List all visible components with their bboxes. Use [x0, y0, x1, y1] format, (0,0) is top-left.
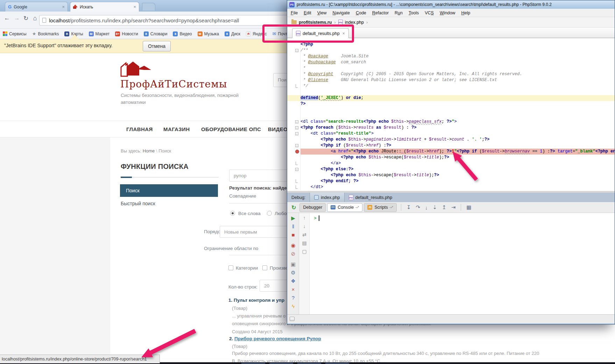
menu-navigate[interactable]: Navigate [333, 10, 350, 15]
code-line[interactable]: –<dl class="search-results<?php echo $th… [287, 119, 615, 125]
mute-breakpoints-icon[interactable]: ⊘ [287, 251, 299, 257]
toolwindow-toggle-icon[interactable] [290, 317, 295, 321]
menu-vcs[interactable]: VCS [425, 10, 434, 15]
menu-tools[interactable]: Tools [409, 10, 419, 15]
nav-item-магазин[interactable]: МАГАЗИН [163, 126, 190, 132]
breadcrumb-project[interactable]: profitsistems.ru [299, 20, 332, 25]
new-tab-button[interactable] [142, 3, 155, 10]
code-line[interactable]: <?php echo $this->pagination->limitstart… [287, 137, 615, 143]
debug-console[interactable]: > [310, 213, 614, 314]
code-line[interactable]: – <dt class="result-title"> [287, 131, 615, 137]
code-line[interactable]: * @copyright Copyright (C) 2005 - 2015 O… [287, 71, 615, 77]
gutter[interactable]: – [287, 131, 301, 137]
url-text[interactable]: localhost/profitsistems.ru/index.php/sea… [49, 17, 239, 23]
gutter[interactable]: – [287, 166, 301, 172]
code-line[interactable]: */ [287, 83, 615, 89]
fold-icon[interactable]: – [295, 132, 298, 135]
bookmark-Диск[interactable]: 8Диск [225, 31, 240, 36]
pause-icon[interactable]: ‖ [287, 223, 299, 229]
menu-refactor[interactable]: Refactor [372, 10, 389, 15]
gutter[interactable]: – [287, 143, 301, 149]
back-icon[interactable]: ← [3, 15, 11, 22]
tab-close-icon[interactable]: × [128, 4, 136, 9]
code-line[interactable]: –/** [287, 48, 615, 53]
rerun-icon[interactable]: ↻ [291, 204, 296, 211]
code-line[interactable] [287, 89, 615, 95]
gutter[interactable] [287, 184, 301, 190]
console-view-tab[interactable]: Console ⇢* [327, 203, 362, 212]
code-line[interactable]: * @license GNU General Public License ve… [287, 77, 615, 83]
clear-icon[interactable]: ▢ [299, 249, 310, 254]
bookmark-Музыка[interactable]: MМузыка [198, 31, 219, 36]
code-line[interactable]: ?> [287, 101, 615, 107]
radio-all-words-label[interactable]: Все слова [238, 211, 261, 216]
code-line[interactable]: defined('_JEXEC') or die; [287, 95, 615, 101]
stop-icon[interactable]: ■ [287, 232, 299, 238]
menu-help[interactable]: Help [461, 10, 470, 15]
forward-icon[interactable]: → [13, 15, 21, 22]
sidebar-item-quick-search[interactable]: Быстрый поиск [121, 201, 155, 206]
gutter[interactable] [287, 155, 301, 160]
result-1-title[interactable]: 1. Пульт контроля и упр [228, 298, 284, 303]
swap-icon[interactable]: ⇄ [299, 232, 310, 237]
lightning-icon[interactable]: ϟ [287, 303, 299, 309]
gutter[interactable]: – [287, 48, 301, 53]
bookmark-Маркет[interactable]: ММаркет [89, 31, 110, 36]
pin-icon[interactable]: ❖ [287, 278, 299, 284]
phpstorm-title-bar[interactable]: PS profitsistems.ru - [C:\xampp\htdocs\p… [287, 0, 615, 9]
code-line[interactable] [287, 113, 615, 119]
scroll-up-icon[interactable]: ↑ [299, 215, 310, 221]
menu-run[interactable]: Run [395, 10, 403, 15]
fold-icon[interactable]: – [295, 126, 298, 129]
browser-tab-iskat[interactable]: Искать × [70, 2, 139, 12]
debug-tab-index-php[interactable]: index.php [310, 193, 344, 202]
bookmark-Словари[interactable]: 8Словари [144, 31, 168, 36]
checkbox-categories[interactable] [228, 265, 233, 270]
result-2-title[interactable]: 2. Прибор речевого оповещения Рупор [229, 336, 321, 341]
menu-view[interactable]: View [317, 10, 327, 15]
menu-window[interactable]: Window [440, 10, 455, 15]
gutter[interactable] [287, 149, 301, 155]
gutter[interactable] [287, 137, 301, 143]
scripts-view-tab[interactable]: JS Scripts ⇢* [364, 203, 396, 212]
site-logo-title[interactable]: ПрофАйТиСистемы [120, 78, 227, 90]
gutter[interactable] [287, 71, 301, 77]
bookmark-Сервисы[interactable]: Сервисы [3, 31, 27, 36]
bookmark-Bookmarks[interactable]: ★Bookmarks [32, 31, 59, 36]
step-over-icon[interactable]: ↷ [416, 204, 420, 210]
bookmark-Новости[interactable]: 8+Новости [115, 31, 138, 36]
browser-tab-google[interactable]: G Google × [5, 2, 68, 12]
reload-icon[interactable]: ↻ [22, 15, 30, 22]
cancel-button[interactable]: Отмена [143, 41, 171, 51]
scroll-down-icon[interactable]: ↓ [299, 223, 310, 229]
force-step-into-icon[interactable]: ⇣ [433, 204, 437, 210]
step-out-icon[interactable]: ↥ [442, 204, 446, 210]
gutter[interactable] [287, 53, 301, 59]
code-line[interactable]: –<?php foreach ($this->results as $resul… [287, 125, 615, 131]
nav-item-оборудование опс[interactable]: ОБОРУДОВАНИЕ ОПС [201, 126, 261, 132]
checkbox-manufacturers[interactable] [262, 265, 267, 270]
gutter[interactable] [287, 113, 301, 119]
order-select[interactable]: Новые первым [220, 226, 288, 238]
gutter[interactable]: – [287, 125, 301, 131]
step-into-icon[interactable]: ↓ [425, 205, 428, 210]
checkbox-categories-label[interactable]: Категории [236, 265, 258, 271]
frame-icon[interactable]: ▤ [299, 240, 310, 246]
resume-icon[interactable]: ▶ [287, 215, 299, 221]
radio-any-word[interactable] [267, 211, 272, 216]
gutter[interactable] [287, 178, 301, 184]
gutter[interactable] [287, 107, 301, 113]
breadcrumb-home-link[interactable]: Home [143, 148, 155, 154]
gutter[interactable] [287, 65, 301, 71]
fold-icon[interactable]: – [295, 168, 298, 171]
rows-count-select[interactable]: 20 [260, 280, 291, 292]
gutter[interactable] [287, 160, 301, 166]
result-2-link[interactable]: Прибор речевого оповещения Рупор [234, 336, 321, 341]
debug-tab-default-results[interactable]: php default_results.php [345, 193, 397, 202]
gutter[interactable] [287, 101, 301, 107]
debugger-view-tab[interactable]: Debugger [299, 203, 326, 212]
gutter[interactable]: – [287, 119, 301, 125]
fold-icon[interactable]: – [295, 120, 298, 123]
gutter[interactable] [287, 59, 301, 65]
breakpoint-icon[interactable] [295, 150, 299, 154]
